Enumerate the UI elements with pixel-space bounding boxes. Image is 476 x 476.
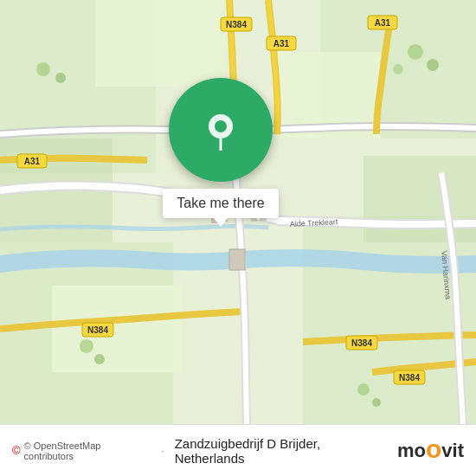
svg-point-36 [427,59,439,71]
moovit-logo: moovit [397,436,464,466]
svg-point-44 [215,120,227,132]
moovit-o: o [426,436,441,462]
svg-rect-7 [95,0,225,87]
svg-point-37 [393,64,403,74]
osm-text: © OpenStreetMap contributors [24,441,151,461]
svg-text:N384: N384 [87,325,108,335]
svg-point-35 [408,44,423,60]
map-container[interactable]: N384 A31 A31 A31 N384 N384 N384 Alde Tre… [0,0,476,424]
osm-icon: © [12,444,21,457]
svg-rect-42 [229,249,245,270]
location-pin-icon [200,109,241,151]
svg-point-38 [80,339,93,353]
svg-text:N384: N384 [399,373,420,383]
osm-attribution: © © OpenStreetMap contributors [12,441,151,461]
svg-text:A31: A31 [24,157,41,166]
moovit-rest: vit [441,440,464,462]
map-popup[interactable]: Take me there [134,78,307,218]
bottom-bar: © © OpenStreetMap contributors · Zandzui… [0,424,476,476]
location-name: Zandzuigbedrijf D Brijder, Netherlands [175,436,390,466]
svg-point-40 [357,383,370,396]
moovit-text: mo [397,440,426,462]
popup-bubble [169,78,273,182]
svg-rect-9 [52,286,182,372]
svg-point-34 [55,73,66,83]
svg-text:N384: N384 [226,20,247,29]
svg-text:A31: A31 [375,18,391,28]
separator: · [161,445,164,457]
svg-text:A31: A31 [273,39,290,48]
svg-rect-6 [363,156,476,242]
svg-text:N384: N384 [351,338,372,348]
svg-point-41 [372,398,381,407]
svg-point-39 [94,354,105,364]
popup-label[interactable]: Take me there [163,189,278,218]
svg-point-33 [36,62,50,76]
